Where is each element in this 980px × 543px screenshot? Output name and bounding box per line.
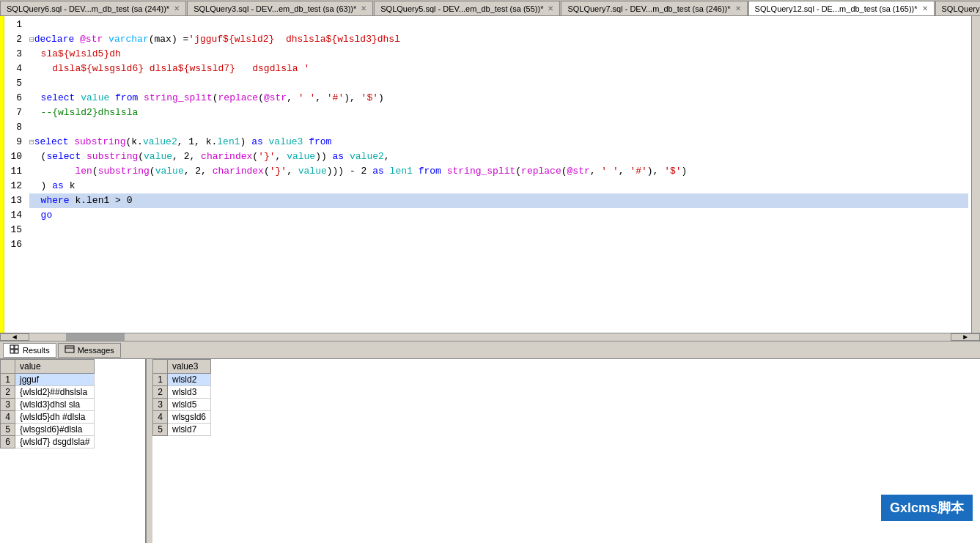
table-row: 4 {wlsld5}dh #dlsla: [1, 411, 95, 424]
cell-value-5: {wlsgsld6}#dlsla: [15, 424, 95, 436]
svg-rect-3: [15, 350, 18, 353]
row2-num-2: 2: [153, 386, 168, 399]
cell-value-1: jgguf: [15, 374, 95, 386]
code-line-9: ⊟select substring(k.value2, 1, k.len1) a…: [29, 135, 968, 149]
collapse-icon-2[interactable]: ⊟: [29, 35, 34, 44]
h-scrollbar-thumb[interactable]: [66, 333, 125, 341]
cell-value3-3: wlsld5: [168, 399, 211, 411]
close-tab-3-icon[interactable]: ✕: [735, 4, 741, 12]
tab-sqlquery6[interactable]: SQLQuery6.sql - DEV...m_db_test (sa (244…: [0, 1, 186, 15]
messages-tab[interactable]: Messages: [58, 343, 121, 358]
cell-value-2: {wlsld2}##dhslsla: [15, 386, 95, 399]
table-row: 5 wlsld7: [153, 424, 211, 436]
close-tab-1-icon[interactable]: ✕: [361, 4, 366, 12]
table-row: 4 wlsgsld6: [153, 411, 211, 424]
horizontal-scrollbar-area[interactable]: ◄ ►: [0, 333, 980, 341]
messages-icon: [65, 344, 75, 356]
tab-sqlquery5[interactable]: SQLQuery5.sql - DEV...em_db_test (sa (55…: [374, 1, 560, 15]
watermark: Gxlcms脚本: [881, 495, 973, 521]
table-row: 2 {wlsld2}##dhslsla: [1, 386, 95, 399]
cell-value3-1: wlsld2: [168, 374, 211, 386]
code-line-3: sla${wlsld5}dh: [29, 47, 968, 62]
row-num-header-1: [1, 360, 15, 374]
cell-value3-4: wlsgsld6: [168, 411, 211, 424]
row2-num-1: 1: [153, 374, 168, 386]
row2-num-4: 4: [153, 411, 168, 424]
result-table-1: value 1 jgguf 2 {wlsld2}##dhslsla 3 {wls…: [0, 359, 95, 448]
code-editor[interactable]: ⊟declare @str varchar(max) ='jgguf${wlsl…: [26, 16, 971, 333]
cell-value3-5: wlsld7: [168, 424, 211, 436]
row-num-2: 2: [1, 386, 15, 399]
tab-sqlquery3[interactable]: SQLQuery3.sql - DEV...em_db_test (sa (63…: [187, 1, 373, 15]
row-num-3: 3: [1, 399, 15, 411]
code-line-13: where k.len1 > 0: [29, 193, 968, 208]
row2-num-3: 3: [153, 399, 168, 411]
cell-value-3: {wlsld3}dhsl sla: [15, 399, 95, 411]
row-num-header-2: [153, 360, 168, 374]
row-num-6: 6: [1, 436, 15, 448]
line-numbers: 1 2 3 4 5 6 7 8 9 10 11 12 13 14 15 16: [4, 16, 26, 333]
close-tab-4-icon[interactable]: ✕: [922, 4, 928, 12]
table-row: 6 {wlsld7} dsgdlsla#: [1, 436, 95, 448]
vertical-scrollbar[interactable]: [971, 16, 980, 333]
code-line-4: dlsla${wlsgsld6} dlsla${wslsld7} dsgdlsl…: [29, 62, 968, 76]
svg-rect-0: [10, 345, 14, 349]
result-tab-bar: Results Messages: [0, 341, 980, 359]
cell-value-6: {wlsld7} dsgdlsla#: [15, 436, 95, 448]
results-grid-icon: [10, 344, 20, 356]
code-line-10: (select substring(value, 2, charindex('}…: [29, 149, 968, 164]
tab-sqlquery7[interactable]: SQLQuery7.sql - DEV...m_db_test (sa (246…: [561, 1, 747, 15]
col-value-header: value: [15, 360, 95, 374]
table-row: 3 wlsld5: [153, 399, 211, 411]
table-row: 1 jgguf: [1, 374, 95, 386]
code-line-2: ⊟declare @str varchar(max) ='jgguf${wlsl…: [29, 32, 968, 47]
bottom-panel: Results Messages value 1: [0, 341, 980, 543]
row-num-5: 5: [1, 424, 15, 436]
collapse-icon-9[interactable]: ⊟: [29, 138, 34, 147]
scroll-left-btn[interactable]: ◄: [0, 333, 29, 341]
cell-value-4: {wlsld5}dh #dlsla: [15, 411, 95, 424]
h-scrollbar-track[interactable]: [29, 333, 951, 341]
table-row: 3 {wlsld3}dhsl sla: [1, 399, 95, 411]
svg-rect-2: [10, 350, 14, 353]
code-line-1: [29, 18, 968, 32]
svg-rect-4: [65, 346, 74, 352]
code-line-6: select value from string_split(replace(@…: [29, 91, 968, 106]
close-tab-0-icon[interactable]: ✕: [174, 4, 180, 12]
grid-separator: [147, 359, 152, 543]
code-line-16: [29, 237, 968, 252]
svg-rect-1: [15, 345, 18, 349]
tab-bar: SQLQuery6.sql - DEV...m_db_test (sa (244…: [0, 0, 980, 16]
col-value3-header: value3: [168, 360, 211, 374]
cell-value3-2: wlsld3: [168, 386, 211, 399]
row-num-4: 4: [1, 411, 15, 424]
result-grid-1[interactable]: value 1 jgguf 2 {wlsld2}##dhslsla 3 {wls…: [0, 359, 147, 543]
results-tab[interactable]: Results: [3, 343, 56, 358]
result-grid-2[interactable]: value3 1 wlsld2 2 wlsld3 3 wlsld5: [152, 359, 270, 543]
row2-num-5: 5: [153, 424, 168, 436]
row-num-1: 1: [1, 374, 15, 386]
table-row: 1 wlsld2: [153, 374, 211, 386]
table-row: 2 wlsld3: [153, 386, 211, 399]
results-area: value 1 jgguf 2 {wlsld2}##dhslsla 3 {wls…: [0, 359, 980, 543]
editor-area: 1 2 3 4 5 6 7 8 9 10 11 12 13 14 15 16 ⊟…: [0, 16, 980, 333]
scroll-right-btn[interactable]: ►: [951, 333, 980, 341]
code-line-12: ) as k: [29, 179, 968, 193]
code-line-7: --{wlsld2}dhslsla: [29, 106, 968, 120]
table-row: 5 {wlsgsld6}#dlsla: [1, 424, 95, 436]
code-line-5: [29, 76, 968, 91]
code-line-15: [29, 223, 968, 237]
code-line-14: go: [29, 208, 968, 223]
tab-sqlquery12[interactable]: SQLQuery12.sql - DE...m_db_test (sa (165…: [748, 1, 935, 15]
code-line-11: len(substring(value, 2, charindex('}', v…: [29, 164, 968, 179]
result-table-2: value3 1 wlsld2 2 wlsld3 3 wlsld5: [152, 359, 211, 436]
code-line-8: [29, 120, 968, 135]
close-tab-2-icon[interactable]: ✕: [548, 4, 553, 12]
tab-sqlquery11[interactable]: SQLQuery11.sql - DE...m... ✕: [935, 1, 981, 15]
